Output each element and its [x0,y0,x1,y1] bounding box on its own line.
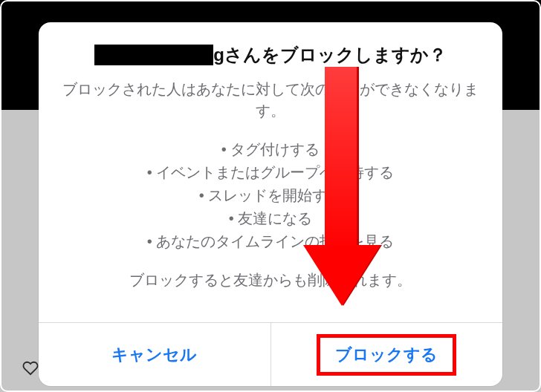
heart-icon [22,360,39,380]
dialog-footer-note: ブロックすると友達からも削除されます。 [56,270,485,291]
title-suffix: さんをブロックしますか？ [224,43,447,67]
list-item: • スレッドを開始する [56,184,485,207]
list-item: • イベントまたはグループへ招待する [56,161,485,184]
block-confirm-button-label: ブロックする [317,334,456,376]
username-suffix: g [213,45,224,65]
block-confirm-button[interactable]: ブロックする [271,323,503,386]
dialog-intro-text: ブロックされた人はあなたに対して次のことができなくなります。 [56,79,485,122]
dialog-actions: キャンセル ブロックする [39,322,502,386]
redacted-username [94,45,213,65]
dialog-title: gさんをブロックしますか？ [56,43,485,67]
dialog-body: gさんをブロックしますか？ ブロックされた人はあなたに対して次のことができなくな… [39,22,502,322]
cancel-button-label: キャンセル [111,344,197,366]
list-item: • あなたのタイムラインの投稿を見る [56,230,485,253]
list-item: • 友達になる [56,207,485,230]
dialog-restrictions-list: • タグ付けする • イベントまたはグループへ招待する • スレッドを開始する … [56,138,485,253]
list-item: • タグ付けする [56,138,485,161]
block-confirmation-dialog: gさんをブロックしますか？ ブロックされた人はあなたに対して次のことができなくな… [39,22,502,386]
cancel-button[interactable]: キャンセル [39,323,271,386]
